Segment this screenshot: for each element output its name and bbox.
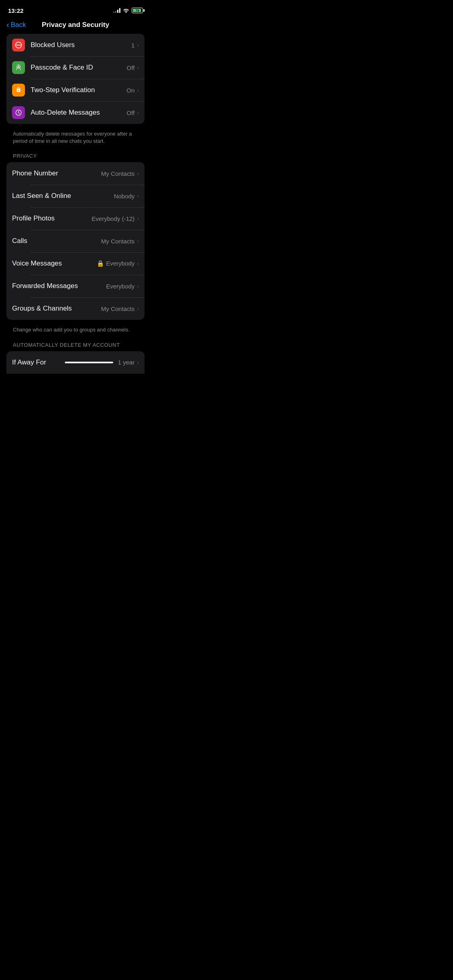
svg-point-3 [19, 66, 21, 68]
back-label: Back [11, 21, 26, 29]
blocked-users-value: 1 [131, 42, 134, 49]
blocked-users-chevron-icon: › [137, 42, 139, 48]
last-seen-row[interactable]: Last Seen & Online Nobody › [6, 185, 145, 207]
voice-messages-label: Voice Messages [12, 259, 97, 268]
blocked-users-label: Blocked Users [31, 41, 131, 49]
battery-icon: 75 [132, 8, 143, 13]
two-step-row[interactable]: Two-Step Verification On › [6, 79, 145, 101]
nav-header: ‹ Back Privacy and Security [0, 18, 151, 34]
forwarded-messages-chevron-icon: › [137, 283, 139, 289]
phone-number-chevron-icon: › [137, 170, 139, 177]
last-seen-chevron-icon: › [137, 193, 139, 199]
two-step-value: On [126, 87, 134, 94]
auto-delete-value: Off [127, 109, 135, 116]
auto-delete-icon [12, 106, 25, 119]
phone-number-row[interactable]: Phone Number My Contacts › [6, 162, 145, 185]
svg-point-2 [17, 66, 19, 68]
groups-channels-chevron-icon: › [137, 305, 139, 312]
wifi-icon [123, 8, 129, 13]
blocked-users-icon [12, 39, 25, 51]
status-bar: 13:22 75 [0, 0, 151, 18]
calls-chevron-icon: › [137, 238, 139, 244]
groups-channels-row[interactable]: Groups & Channels My Contacts › [6, 297, 145, 320]
if-away-for-row[interactable]: If Away For 1 year › [6, 351, 145, 374]
page-title: Privacy and Security [42, 21, 109, 29]
auto-delete-account-header: AUTOMATICALLY DELETE MY ACCOUNT [6, 334, 145, 351]
forwarded-messages-label: Forwarded Messages [12, 282, 106, 290]
back-button[interactable]: ‹ Back [6, 21, 26, 29]
passcode-label: Passcode & Face ID [31, 64, 127, 72]
content: Blocked Users 1 › Passcode & Face ID Off… [0, 34, 151, 374]
profile-photos-chevron-icon: › [137, 215, 139, 222]
back-chevron-icon: ‹ [6, 20, 9, 29]
forwarded-messages-row[interactable]: Forwarded Messages Everybody › [6, 275, 145, 297]
auto-delete-chevron-icon: › [137, 109, 139, 116]
security-group: Blocked Users 1 › Passcode & Face ID Off… [6, 34, 145, 124]
auto-delete-account-group: If Away For 1 year › [6, 351, 145, 374]
voice-messages-value: 🔒 Everybody [97, 260, 134, 267]
forwarded-messages-value: Everybody [106, 283, 134, 290]
status-time: 13:22 [8, 7, 23, 14]
phone-number-value: My Contacts [101, 170, 134, 177]
privacy-group: Phone Number My Contacts › Last Seen & O… [6, 162, 145, 320]
passcode-face-id-row[interactable]: Passcode & Face ID Off › [6, 56, 145, 79]
auto-delete-row[interactable]: Auto-Delete Messages Off › [6, 101, 145, 124]
privacy-section-header: PRIVACY [6, 145, 145, 162]
voice-messages-chevron-icon: › [137, 260, 139, 267]
calls-label: Calls [12, 237, 101, 245]
blocked-users-row[interactable]: Blocked Users 1 › [6, 34, 145, 56]
last-seen-value: Nobody [114, 193, 135, 200]
auto-delete-note: Automatically delete messages for everyo… [6, 127, 145, 145]
privacy-note: Change who can add you to groups and cha… [6, 323, 145, 334]
profile-photos-row[interactable]: Profile Photos Everybody (-12) › [6, 207, 145, 230]
signal-icon [113, 8, 120, 13]
passcode-value: Off [127, 64, 135, 71]
phone-number-label: Phone Number [12, 169, 101, 177]
if-away-for-chevron-icon: › [137, 359, 139, 366]
passcode-chevron-icon: › [137, 64, 139, 71]
calls-value: My Contacts [101, 238, 134, 245]
two-step-icon [12, 84, 25, 97]
passcode-icon [12, 61, 25, 74]
profile-photos-value: Everybody (-12) [92, 215, 135, 222]
last-seen-label: Last Seen & Online [12, 192, 114, 200]
voice-messages-row[interactable]: Voice Messages 🔒 Everybody › [6, 252, 145, 275]
status-icons: 75 [113, 8, 143, 13]
two-step-label: Two-Step Verification [31, 86, 126, 94]
if-away-for-value: 1 year [118, 359, 135, 366]
groups-channels-value: My Contacts [101, 305, 134, 312]
auto-delete-label: Auto-Delete Messages [31, 109, 127, 117]
groups-channels-label: Groups & Channels [12, 305, 101, 313]
calls-row[interactable]: Calls My Contacts › [6, 230, 145, 252]
profile-photos-label: Profile Photos [12, 214, 92, 222]
two-step-chevron-icon: › [137, 87, 139, 93]
if-away-for-label: If Away For [12, 358, 60, 366]
